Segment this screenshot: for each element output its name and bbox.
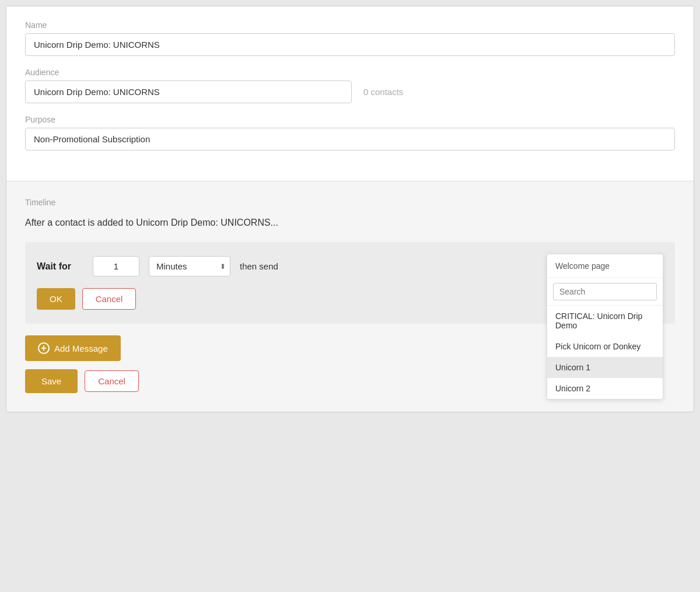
dropdown-item-unicorn2[interactable]: Unicorn 2 [547, 378, 663, 399]
top-section: Name Audience 0 contacts Purpose [6, 6, 694, 181]
contacts-count: 0 contacts [363, 87, 403, 97]
dropdown-search-input[interactable] [553, 283, 657, 300]
name-input[interactable] [25, 33, 675, 56]
wait-label: Wait for [37, 261, 83, 272]
dropdown-item-unicorn1[interactable]: Unicorn 1 [547, 357, 663, 378]
page-wrapper: Name Audience 0 contacts Purpose Timelin… [6, 6, 694, 412]
then-send-label: then send [240, 261, 278, 271]
dropdown-header: Welcome page [547, 254, 663, 278]
timeline-description: After a contact is added to Unicorn Drip… [25, 218, 675, 228]
purpose-input[interactable] [25, 128, 675, 150]
wait-unit-wrapper: Minutes Hours Days Weeks [149, 256, 230, 276]
audience-row: 0 contacts [25, 80, 675, 103]
purpose-field-group: Purpose [25, 115, 675, 150]
save-button[interactable]: Save [25, 369, 78, 393]
audience-input[interactable] [25, 80, 352, 103]
ok-button[interactable]: OK [37, 288, 75, 310]
wait-number-input[interactable] [93, 256, 139, 276]
purpose-label: Purpose [25, 115, 675, 124]
send-dropdown: Welcome page CRITICAL: Unicorn Drip Demo… [547, 254, 663, 400]
name-field-group: Name [25, 20, 675, 56]
dropdown-item-critical[interactable]: CRITICAL: Unicorn Drip Demo [547, 306, 663, 336]
wait-unit-select[interactable]: Minutes Hours Days Weeks [149, 256, 230, 276]
wait-row: Wait for Minutes Hours Days Weeks then s… [37, 256, 663, 276]
audience-field-group: Audience 0 contacts [25, 68, 675, 103]
bottom-section: Timeline After a contact is added to Uni… [6, 181, 694, 412]
add-message-button[interactable]: + Add Message [25, 335, 121, 361]
dropdown-search-wrapper [547, 278, 663, 306]
timeline-card: Wait for Minutes Hours Days Weeks then s… [25, 242, 675, 324]
card-cancel-button[interactable]: Cancel [82, 288, 136, 310]
bottom-cancel-button[interactable]: Cancel [85, 370, 139, 392]
dropdown-item-pick-unicorn[interactable]: Pick Unicorn or Donkey [547, 336, 663, 357]
plus-icon: + [38, 342, 50, 354]
timeline-section-label: Timeline [25, 198, 675, 207]
add-message-label: Add Message [54, 344, 108, 353]
audience-label: Audience [25, 68, 675, 77]
name-label: Name [25, 20, 675, 30]
